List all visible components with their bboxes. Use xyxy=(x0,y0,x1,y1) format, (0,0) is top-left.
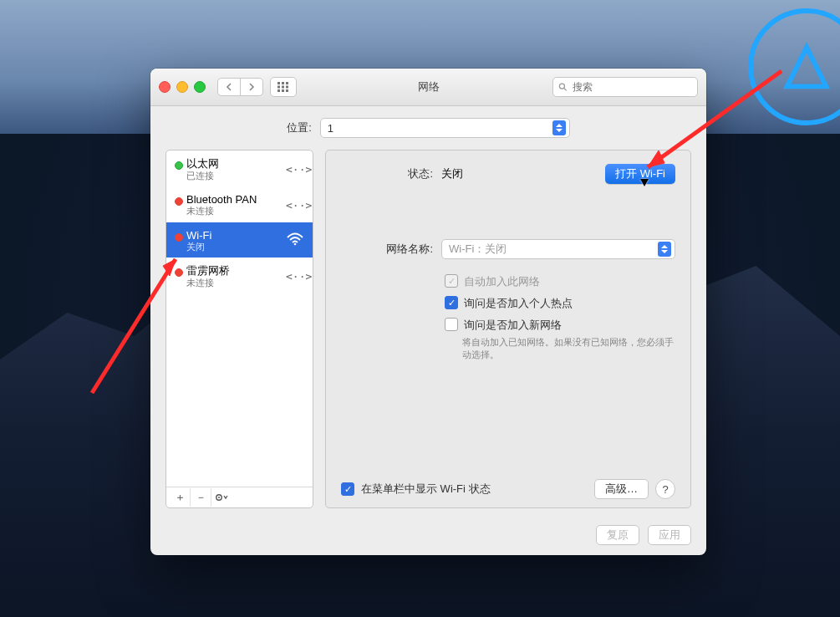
ethernet-icon: <··> xyxy=(286,199,304,212)
chevron-right-icon xyxy=(248,83,255,91)
close-icon[interactable] xyxy=(159,81,171,93)
add-interface-button[interactable]: ＋ xyxy=(170,488,191,507)
nav-forward-button[interactable] xyxy=(240,79,262,95)
zoom-icon[interactable] xyxy=(194,81,206,93)
svg-rect-2 xyxy=(286,82,288,84)
sidebar-item-title: 以太网 xyxy=(186,157,283,171)
ethernet-icon: <··> xyxy=(286,270,304,283)
minimize-icon[interactable] xyxy=(176,81,188,93)
ethernet-icon: <··> xyxy=(286,163,304,176)
status-dot-icon xyxy=(175,197,183,206)
ask-hotspot-checkbox[interactable]: ✓ xyxy=(445,296,458,309)
sidebar-item-status: 已连接 xyxy=(186,171,283,181)
gear-dropdown-icon xyxy=(215,492,228,502)
svg-rect-3 xyxy=(277,86,280,89)
svg-rect-6 xyxy=(277,89,280,92)
status-label: 状态: xyxy=(341,166,433,181)
ask-hotspot-label: 询问是否加入个人热点 xyxy=(464,296,573,311)
status-dot-icon xyxy=(175,233,183,242)
unicorn-icon xyxy=(777,38,836,96)
show-all-button[interactable] xyxy=(270,77,297,97)
network-name-select[interactable]: Wi-Fi：关闭 xyxy=(441,239,675,259)
sidebar-item-以太网[interactable]: 以太网已连接<··> xyxy=(166,150,313,186)
svg-point-13 xyxy=(218,497,220,498)
details-panel: 状态: 关闭 打开 Wi-Fi 网络名称: Wi-Fi：关闭 ✓ 自动加入此网络 xyxy=(325,150,691,508)
advanced-button[interactable]: 高级… xyxy=(594,479,649,499)
svg-point-9 xyxy=(559,84,564,89)
help-button[interactable]: ? xyxy=(655,479,675,499)
titlebar: 网络 xyxy=(150,69,706,106)
svg-point-11 xyxy=(294,243,297,246)
search-icon xyxy=(558,82,568,92)
sidebar-item-title: 雷雳网桥 xyxy=(186,264,283,278)
sidebar-item-title: Bluetooth PAN xyxy=(186,193,283,207)
auto-join-checkbox: ✓ xyxy=(445,274,458,288)
search-field[interactable] xyxy=(552,77,698,97)
svg-line-10 xyxy=(564,89,567,91)
logo-badge xyxy=(748,8,840,125)
svg-rect-1 xyxy=(282,82,284,84)
interface-options-button[interactable] xyxy=(211,488,232,507)
footer-buttons: 复原 应用 xyxy=(150,518,706,555)
ask-new-networks-hint: 将自动加入已知网络。如果没有已知网络，您必须手动选择。 xyxy=(462,336,675,362)
apply-button[interactable]: 应用 xyxy=(648,525,691,545)
location-value: 1 xyxy=(328,122,333,135)
network-name-label: 网络名称: xyxy=(341,242,433,257)
location-label: 位置: xyxy=(287,120,312,135)
show-in-menubar-checkbox[interactable]: ✓ xyxy=(341,482,354,496)
open-wifi-button[interactable]: 打开 Wi-Fi xyxy=(605,164,675,184)
chevron-left-icon xyxy=(226,83,232,91)
grid-icon xyxy=(277,82,289,92)
nav-back-button[interactable] xyxy=(218,79,240,95)
select-stepper-icon xyxy=(658,242,671,257)
sidebar-item-status: 未连接 xyxy=(186,278,283,288)
status-dot-icon xyxy=(175,161,183,170)
show-in-menubar-label: 在菜单栏中显示 Wi-Fi 状态 xyxy=(361,482,491,497)
location-select[interactable]: 1 xyxy=(320,118,570,138)
network-name-placeholder: Wi-Fi：关闭 xyxy=(449,242,507,257)
select-stepper-icon xyxy=(552,120,566,135)
status-dot-icon xyxy=(175,268,183,277)
svg-rect-5 xyxy=(286,86,288,89)
svg-rect-7 xyxy=(282,89,284,92)
revert-button[interactable]: 复原 xyxy=(596,525,639,545)
interface-sidebar: 以太网已连接<··>Bluetooth PAN未连接<··>Wi-Fi关闭雷雳网… xyxy=(165,150,313,508)
svg-rect-4 xyxy=(282,86,284,89)
sidebar-item-bluetooth-pan[interactable]: Bluetooth PAN未连接<··> xyxy=(166,186,313,222)
remove-interface-button[interactable]: － xyxy=(191,488,211,507)
auto-join-label: 自动加入此网络 xyxy=(464,274,540,289)
sidebar-item-雷雳网桥[interactable]: 雷雳网桥未连接<··> xyxy=(166,258,313,293)
network-prefs-window: 网络 位置: 1 以太网已连接<··>Bluetooth PAN未连接<··>W… xyxy=(150,69,706,555)
wifi-icon xyxy=(286,232,304,248)
search-input[interactable] xyxy=(571,80,692,94)
svg-rect-8 xyxy=(286,89,288,92)
sidebar-item-status: 关闭 xyxy=(186,242,283,252)
ask-new-networks-checkbox[interactable] xyxy=(445,318,458,331)
sidebar-item-wi-fi[interactable]: Wi-Fi关闭 xyxy=(166,222,313,258)
sidebar-item-title: Wi-Fi xyxy=(186,229,283,242)
status-value: 关闭 xyxy=(441,166,463,181)
sidebar-item-status: 未连接 xyxy=(186,206,283,217)
ask-new-networks-label: 询问是否加入新网络 xyxy=(464,318,562,333)
svg-rect-0 xyxy=(277,82,280,84)
location-row: 位置: 1 xyxy=(150,106,706,150)
